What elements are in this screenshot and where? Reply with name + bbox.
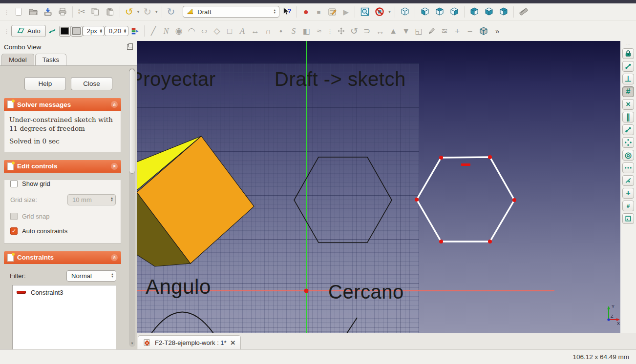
circle-arc[interactable] [151, 312, 213, 334]
draft-dimension-button[interactable]: ↔ [249, 26, 262, 36]
line-segment[interactable] [347, 318, 357, 333]
collapse-icon[interactable]: « [111, 101, 118, 108]
constrain-concentric-button[interactable]: ◎ [622, 150, 634, 161]
float-panel-icon[interactable] [127, 44, 133, 50]
solver-messages-header[interactable]: Solver messages « [4, 98, 121, 111]
collapse-icon[interactable]: « [111, 163, 118, 170]
constrain-lock-button[interactable] [622, 48, 634, 59]
draft-upgrade-button[interactable]: ▲ [387, 26, 400, 36]
tasks-scrollbar[interactable]: ▾ [129, 68, 135, 347]
view-left-button[interactable] [496, 6, 511, 18]
constrain-symmetric-button[interactable] [622, 137, 634, 148]
internal-alignment-button[interactable]: # [622, 201, 634, 211]
draft-polyline-button[interactable]: N [160, 26, 172, 36]
help-button[interactable]: Help [24, 77, 66, 90]
draw-style-button[interactable] [372, 6, 387, 18]
draft-offset-button[interactable]: ⊃ [360, 26, 373, 36]
spinner-arrows-icon[interactable]: ▴▾ [274, 9, 276, 14]
copy-button[interactable] [88, 6, 103, 18]
constrain-coincident-button[interactable] [622, 61, 634, 72]
view-bottom-button[interactable] [482, 6, 496, 18]
redo-button[interactable]: ↻ [141, 6, 154, 18]
sketch-vertex[interactable] [488, 155, 492, 159]
draft-point-button[interactable]: ● [275, 28, 287, 35]
toggle-grid-button[interactable]: # [622, 86, 634, 97]
constrain-block-button[interactable]: × [622, 99, 634, 110]
cut-button[interactable]: ✂ [75, 6, 88, 17]
draft-text-button[interactable]: A [236, 26, 249, 36]
workbench-selector[interactable]: Draft▴▾ [183, 6, 279, 18]
toolbar-handle[interactable]: ··· [626, 42, 631, 46]
draft-trimex-button[interactable]: ↔ [373, 26, 387, 37]
origin-point[interactable] [304, 289, 309, 293]
macro-edit-button[interactable] [325, 6, 339, 18]
tab-tasks[interactable]: Tasks [35, 54, 67, 65]
auto-constraints-checkbox[interactable]: ✓ [10, 227, 18, 235]
tab-model[interactable]: Model [1, 54, 34, 65]
open-file-button[interactable] [26, 6, 41, 18]
zoom-fit-button[interactable] [358, 6, 372, 18]
constraints-header[interactable]: Constraints « [4, 251, 121, 264]
print-button[interactable] [55, 6, 70, 18]
draft-delete-point-button[interactable]: − [464, 26, 476, 37]
3d-viewport[interactable]: Y Z X Proyectar Draft -> sketch Angulo C… [137, 41, 620, 333]
constraints-list[interactable]: Constraint3 [12, 285, 116, 350]
macro-record-button[interactable]: ● [299, 6, 312, 17]
document-tab[interactable]: F2-T28-ejemplo-work : 1* × [138, 335, 241, 349]
select-elements-button[interactable] [622, 213, 634, 224]
sketch-vertex[interactable] [439, 240, 443, 243]
line-width-spin[interactable]: 2px▴▾ [83, 26, 105, 36]
spinner-arrows-icon[interactable]: ▴▾ [100, 29, 102, 34]
draft-arc-button[interactable]: ◠ [185, 26, 198, 36]
scrollbar-thumb[interactable] [129, 69, 135, 174]
save-file-button[interactable] [41, 6, 55, 18]
measure-button[interactable] [516, 6, 531, 18]
draft-move-button[interactable] [335, 26, 348, 36]
draft-bezier-button[interactable]: ≈ [313, 26, 325, 36]
working-plane-auto-button[interactable]: Auto [11, 25, 46, 37]
paste-button[interactable] [103, 6, 117, 18]
spinner-arrows-icon[interactable]: ▴▾ [124, 29, 126, 34]
draft-rotate-button[interactable]: ↺ [348, 25, 360, 37]
undo-button-dropdown[interactable]: ▾ [136, 8, 141, 15]
undo-button[interactable]: ↺ [123, 6, 136, 18]
macro-stop-button[interactable]: ■ [312, 8, 325, 16]
draft-ellipse-button[interactable]: ○ [198, 26, 211, 36]
draft-edit-button[interactable] [425, 26, 438, 36]
draft-downgrade-button[interactable]: ▼ [400, 26, 412, 36]
view-axonometric-button[interactable] [398, 6, 412, 18]
toolbar-handle[interactable]: ⋮ [3, 27, 10, 35]
toolbar-handle[interactable]: ⋮ [3, 8, 10, 16]
collapse-icon[interactable]: « [111, 254, 118, 261]
toolbar-handle[interactable]: ⋮ [327, 27, 333, 35]
constrain-distance-button[interactable]: + [622, 188, 634, 199]
more-constraints-button[interactable] [622, 162, 634, 173]
new-file-button[interactable] [11, 6, 26, 18]
snap-toggle-button[interactable] [46, 26, 59, 36]
sketch-vertex[interactable] [439, 156, 443, 160]
draft-polygon-button[interactable]: ◇ [211, 26, 223, 36]
draft-bspline-button[interactable]: ∩ [262, 26, 275, 36]
constrain-perpendicular-button[interactable]: ⊥ [622, 74, 634, 84]
close-button[interactable]: Close [71, 77, 112, 90]
edit-controls-header[interactable]: Edit controls « [4, 160, 121, 173]
view-top-button[interactable] [432, 6, 447, 18]
draft-wire-to-bspline-button[interactable]: ≋ [438, 26, 451, 36]
redo-button-dropdown[interactable]: ▾ [154, 8, 159, 15]
constrain-tangent-button[interactable] [622, 124, 634, 135]
sketch-hexagon[interactable] [415, 155, 516, 243]
sketch-vertex[interactable] [512, 198, 516, 202]
draft-shape2dview-button[interactable] [476, 25, 491, 37]
filter-combobox[interactable]: Normal ▴▾ [66, 270, 116, 282]
draft-facebinder-button[interactable]: ◧ [300, 26, 313, 36]
sketch-vertex[interactable] [415, 198, 419, 202]
draft-circle-button[interactable]: ◉ [172, 26, 185, 36]
draft-rectangle-button[interactable]: □ [223, 26, 236, 36]
hexagon-outline[interactable] [294, 157, 392, 243]
draft-line-button[interactable]: ╱ [147, 26, 160, 36]
draw-style-button-dropdown[interactable]: ▾ [387, 8, 392, 15]
view-right-button[interactable] [447, 6, 462, 18]
constrain-point-on-object-button[interactable] [622, 175, 634, 186]
scroll-down-arrow-icon[interactable]: ▾ [129, 340, 135, 347]
macro-play-button[interactable]: ▶ [339, 7, 352, 17]
